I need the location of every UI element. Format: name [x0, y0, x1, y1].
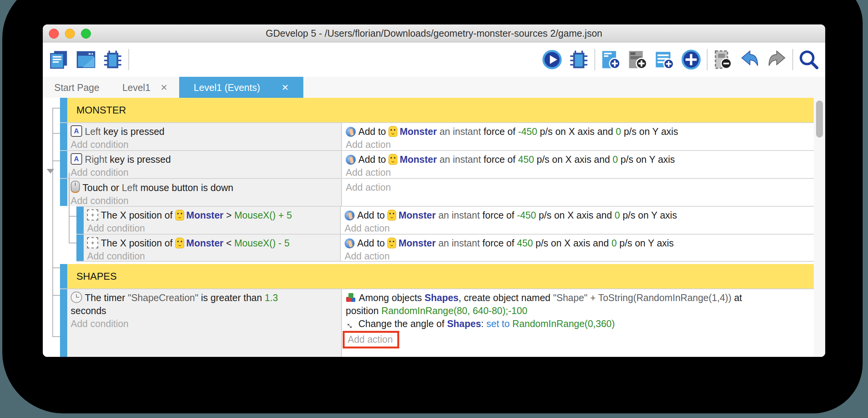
action-text: Add to Monster an instant force of 450 p…	[357, 238, 674, 248]
tab-label: Level1	[122, 82, 151, 93]
add-sub-event-icon[interactable]	[627, 49, 648, 70]
debugger-icon[interactable]	[102, 49, 123, 70]
toolbar-separator	[792, 49, 793, 70]
delete-event-icon[interactable]	[713, 49, 734, 70]
keyboard-icon	[71, 153, 82, 165]
add-event-icon[interactable]	[601, 49, 621, 70]
add-condition-button[interactable]: Add condition	[87, 250, 145, 262]
event-bar	[60, 150, 67, 178]
add-condition-button[interactable]: Add condition	[71, 166, 129, 179]
conditions-cell[interactable]: Left key is pressed Add condition	[67, 123, 341, 150]
actions-cell[interactable]: Among objects Shapes, create object name…	[341, 289, 814, 357]
event-bar	[60, 98, 67, 122]
timer-icon	[71, 292, 82, 303]
position-icon	[87, 237, 98, 248]
add-comment-icon[interactable]	[654, 49, 675, 70]
scene-editor-icon[interactable]	[76, 49, 96, 70]
action-text: Add to Monster an instant force of -450 …	[358, 126, 678, 137]
editor-tabs: Start Page Level1 ✕ Level1 (Events) ✕	[43, 77, 825, 98]
add-action-button[interactable]: Add action	[346, 166, 391, 179]
tab-start-page[interactable]: Start Page	[43, 77, 111, 98]
position-icon	[87, 209, 98, 220]
event-bar	[60, 122, 67, 150]
sub-event-row[interactable]: The X position of Monster > MouseX() + 5…	[43, 206, 814, 234]
action-text: Among objects Shapes, create object name…	[346, 292, 745, 316]
add-action-button[interactable]: Add action	[346, 181, 391, 194]
event-bar	[76, 234, 84, 262]
event-row[interactable]: The timer "ShapeCreation" is greater tha…	[43, 288, 814, 357]
add-other-event-icon[interactable]	[681, 49, 701, 70]
scrollbar-track[interactable]	[814, 98, 825, 357]
force-icon	[345, 238, 355, 248]
redo-icon[interactable]	[766, 49, 787, 70]
actions-cell[interactable]: Add to Monster an instant force of 450 p…	[340, 235, 814, 261]
monster-object-icon	[387, 210, 396, 220]
main-toolbar	[43, 42, 825, 77]
monster-object-icon	[389, 126, 397, 137]
traffic-lights	[49, 29, 91, 39]
gdevelop-window: GDevelop 5 - /Users/florian/Downloads/ge…	[43, 24, 825, 357]
group-title: SHAPES	[76, 271, 117, 282]
event-row[interactable]: Touch or Left mouse button is down Add c…	[43, 178, 814, 206]
add-action-button-highlighted[interactable]: Add action	[343, 331, 399, 348]
actions-cell[interactable]: Add action	[341, 179, 814, 206]
monster-object-icon	[175, 210, 184, 220]
events-sheet: MONSTER Left key is pressed Add conditio…	[43, 98, 825, 357]
actions-cell[interactable]: Add to Monster an instant force of -450 …	[341, 123, 814, 150]
conditions-cell[interactable]: The X position of Monster < MouseX() - 5…	[84, 235, 340, 261]
project-manager-icon[interactable]	[49, 49, 70, 70]
monster-object-icon	[387, 238, 396, 248]
close-tab-icon[interactable]: ✕	[160, 83, 168, 93]
event-row[interactable]: Left key is pressed Add condition Add to…	[43, 122, 814, 150]
conditions-cell[interactable]: The X position of Monster > MouseX() + 5…	[84, 207, 340, 234]
window-title: GDevelop 5 - /Users/florian/Downloads/ge…	[43, 28, 825, 39]
title-bar[interactable]: GDevelop 5 - /Users/florian/Downloads/ge…	[43, 24, 825, 42]
event-row[interactable]: Right key is pressed Add condition Add t…	[43, 150, 814, 178]
tab-level1-scene[interactable]: Level1 ✕	[111, 77, 179, 98]
event-group-shapes[interactable]: SHAPES	[43, 264, 814, 288]
group-title: MONSTER	[76, 104, 126, 116]
search-icon[interactable]	[798, 49, 819, 70]
actions-cell[interactable]: Add to Monster an instant force of -450 …	[340, 207, 814, 234]
add-action-button[interactable]: Add action	[346, 138, 391, 151]
monster-object-icon	[389, 154, 397, 165]
actions-cell[interactable]: Add to Monster an instant force of 450 p…	[341, 151, 814, 178]
collapse-arrow-icon[interactable]	[47, 169, 54, 173]
close-tab-icon[interactable]: ✕	[282, 83, 289, 93]
toolbar-separator	[128, 49, 129, 70]
angle-icon	[346, 319, 356, 329]
conditions-cell[interactable]: The timer "ShapeCreation" is greater tha…	[67, 289, 341, 357]
minimize-window-button[interactable]	[65, 29, 75, 39]
conditions-cell[interactable]: Right key is pressed Add condition	[67, 151, 341, 178]
condition-text: Right key is pressed	[85, 154, 171, 165]
add-condition-button[interactable]: Add condition	[71, 317, 129, 330]
scrollbar-thumb[interactable]	[816, 100, 823, 138]
conditions-cell[interactable]: Touch or Left mouse button is down Add c…	[67, 179, 341, 206]
add-condition-button[interactable]: Add condition	[87, 222, 145, 235]
force-icon	[346, 127, 356, 137]
debug-icon[interactable]	[568, 49, 589, 70]
add-action-button[interactable]: Add action	[345, 222, 390, 235]
condition-text: Touch or Left mouse button is down	[83, 182, 233, 193]
condition-text: The timer "ShapeCreation" is greater tha…	[71, 292, 281, 316]
event-group-monster[interactable]: MONSTER	[43, 98, 814, 122]
play-icon[interactable]	[542, 49, 562, 70]
add-action-button[interactable]: Add action	[345, 250, 390, 262]
mouse-icon	[71, 181, 80, 193]
monster-object-icon	[175, 238, 184, 248]
action-text: Change the angle of Shapes: set to Rando…	[358, 318, 615, 329]
undo-icon[interactable]	[740, 49, 760, 70]
condition-text: The X position of Monster > MouseX() + 5	[101, 210, 292, 220]
event-bar	[60, 178, 67, 206]
action-text: Add to Monster an instant force of 450 p…	[358, 154, 675, 165]
tab-label: Start Page	[54, 82, 99, 93]
tab-level1-events[interactable]: Level1 (Events) ✕	[179, 77, 303, 98]
zoom-window-button[interactable]	[81, 29, 91, 39]
toolbar-separator	[707, 49, 708, 70]
force-icon	[345, 211, 355, 220]
add-condition-button[interactable]: Add condition	[71, 194, 129, 207]
add-condition-button[interactable]: Add condition	[71, 138, 129, 151]
close-window-button[interactable]	[49, 29, 59, 39]
sub-event-row[interactable]: The X position of Monster < MouseX() - 5…	[43, 234, 814, 262]
toolbar-separator	[594, 49, 595, 70]
